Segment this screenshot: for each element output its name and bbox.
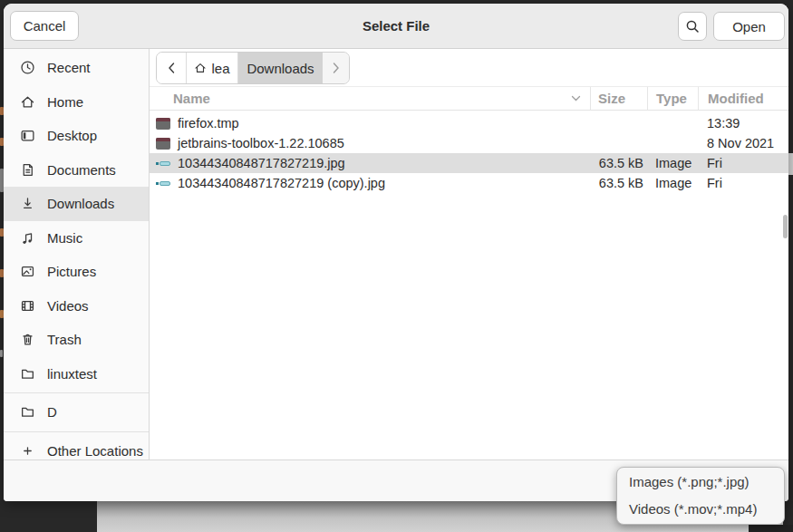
image-file-icon: [156, 158, 170, 169]
sidebar-item-label: D: [47, 404, 57, 420]
desktop-icon: [20, 128, 35, 143]
folder-icon: [20, 366, 35, 382]
sidebar-item-label: Music: [47, 230, 82, 246]
file-name: 10344340848717827219 (copy).jpg: [178, 176, 385, 190]
sidebar-item-label: Downloads: [47, 196, 114, 211]
sidebar-item-desktop[interactable]: Desktop: [4, 119, 149, 153]
sidebar-item-label: Other Locations: [47, 443, 143, 459]
file-modified: 8 Nov 2021: [698, 136, 788, 150]
picture-icon: [20, 264, 35, 279]
file-name: 10344340848717827219.jpg: [178, 156, 345, 170]
column-label: Name: [173, 91, 210, 106]
pathbar-home-segment[interactable]: lea: [187, 53, 238, 83]
file-row-firefox-tmp[interactable]: firefox.tmp 13:39: [150, 113, 788, 133]
file-name: firefox.tmp: [178, 116, 239, 131]
clock-icon: [20, 60, 35, 75]
sidebar-item-pictures[interactable]: Pictures: [4, 255, 149, 289]
file-name-cell: jetbrains-toolbox-1.22.10685: [150, 136, 590, 150]
document-icon: [20, 162, 35, 178]
background-text-fragment: [0, 350, 3, 357]
pathbar-row: lea Downloads: [150, 49, 788, 87]
image-file-icon: [156, 178, 170, 189]
sidebar-item-label: Documents: [47, 162, 116, 178]
file-modified: Fri: [698, 176, 788, 190]
file-name-cell: 10344340848717827219.jpg: [150, 156, 590, 170]
filter-option-videos[interactable]: Videos (*.mov;*.mp4): [617, 496, 784, 523]
open-button[interactable]: Open: [713, 12, 785, 41]
file-size: 63.5 kB: [590, 176, 647, 190]
background-dark-corner: [749, 525, 793, 532]
file-chooser-dialog: Select File Cancel Open Recent: [4, 4, 788, 501]
sidebar-separator: [4, 431, 149, 432]
file-modified: 13:39: [698, 116, 788, 131]
file-name: jetbrains-toolbox-1.22.10685: [178, 136, 344, 150]
home-icon: [20, 94, 35, 110]
screen: Select File Cancel Open Recent: [0, 0, 793, 532]
sidebar-item-d[interactable]: D: [4, 395, 149, 430]
home-icon: [194, 62, 207, 74]
trash-icon: [20, 332, 35, 347]
pathbar-forward-button[interactable]: [323, 53, 349, 83]
sidebar-item-documents[interactable]: Documents: [4, 153, 149, 188]
film-icon: [20, 298, 35, 314]
folder-icon: [20, 404, 35, 420]
file-type: Image: [647, 176, 698, 190]
sidebar-item-label: Home: [47, 94, 83, 110]
folder-icon: [156, 118, 170, 130]
column-header-name[interactable]: Name: [150, 87, 590, 110]
sort-chevron-down-icon: [571, 95, 581, 102]
sidebar-item-label: Desktop: [47, 128, 97, 143]
sidebar-item-music[interactable]: Music: [4, 221, 149, 256]
sidebar-item-linuxtest[interactable]: linuxtest: [4, 357, 149, 392]
file-pane: lea Downloads Name: [150, 49, 788, 459]
cancel-button[interactable]: Cancel: [10, 11, 79, 41]
sidebar-item-recent[interactable]: Recent: [4, 51, 149, 85]
file-row-jetbrains-toolbox[interactable]: jetbrains-toolbox-1.22.10685 8 Nov 2021: [150, 133, 788, 153]
column-header-modified[interactable]: Modified: [698, 87, 788, 110]
dialog-title: Select File: [4, 4, 788, 49]
search-button[interactable]: [678, 12, 707, 41]
file-row-jpg-copy[interactable]: 10344340848717827219 (copy).jpg 63.5 kB …: [150, 173, 788, 193]
plus-icon: [20, 443, 35, 459]
file-type: Image: [647, 156, 698, 170]
file-size: 63.5 kB: [590, 156, 647, 170]
file-modified: Fri: [698, 156, 788, 170]
list-column-headers: Name Size Type Modified: [150, 87, 788, 111]
pathbar-current-segment[interactable]: Downloads: [238, 53, 323, 83]
sidebar-item-label: Trash: [47, 332, 82, 347]
dialog-body: Recent Home Desktop: [4, 49, 788, 459]
sidebar-separator: [4, 392, 149, 393]
file-name-cell: 10344340848717827219 (copy).jpg: [150, 176, 590, 190]
chevron-left-icon: [168, 63, 176, 73]
sidebar-item-label: linuxtest: [47, 366, 97, 382]
pathbar-back-button[interactable]: [157, 53, 187, 83]
chevron-right-icon: [332, 63, 340, 73]
sidebar-item-label: Videos: [47, 298, 89, 314]
music-note-icon: [20, 230, 35, 246]
folder-icon: [156, 138, 170, 150]
filter-option-images[interactable]: Images (*.png;*.jpg): [617, 469, 784, 496]
scrollbar-thumb[interactable]: [783, 215, 788, 238]
file-row-jpg-selected[interactable]: 10344340848717827219.jpg 63.5 kB Image F…: [150, 153, 788, 173]
column-header-type[interactable]: Type: [647, 87, 698, 110]
search-icon: [685, 19, 701, 34]
download-arrow-icon: [20, 196, 35, 211]
file-name-cell: firefox.tmp: [150, 116, 590, 131]
sidebar-item-home[interactable]: Home: [4, 85, 149, 120]
places-sidebar: Recent Home Desktop: [4, 49, 150, 459]
sidebar-item-downloads[interactable]: Downloads: [4, 187, 149, 221]
sidebar-item-trash[interactable]: Trash: [4, 323, 149, 357]
sidebar-item-other-locations[interactable]: Other Locations: [4, 434, 149, 460]
sidebar-item-videos[interactable]: Videos: [4, 289, 149, 324]
column-header-size[interactable]: Size: [590, 87, 647, 110]
file-filter-popup: Images (*.png;*.jpg) Videos (*.mov;*.mp4…: [616, 467, 785, 525]
sidebar-item-label: Recent: [47, 60, 91, 75]
pathbar: lea Downloads: [156, 52, 350, 84]
titlebar: Select File Cancel Open: [4, 4, 788, 49]
pathbar-home-label: lea: [211, 61, 229, 76]
file-list: firefox.tmp 13:39 jetbrains-toolbox-1.22…: [150, 111, 788, 459]
sidebar-item-label: Pictures: [47, 264, 96, 279]
